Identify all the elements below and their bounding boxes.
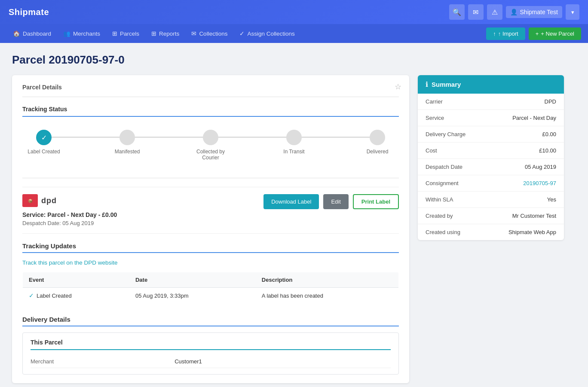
col-description: Description [256,272,399,288]
step-delivered: Delivered [356,130,399,155]
despatch-info: Despatch Date: 05 Aug 2019 [22,220,117,226]
star-button[interactable]: ☆ [395,82,401,91]
dpd-box-icon: 📦 [22,194,38,207]
step-collected: Collected by Courier [189,130,232,161]
content-grid: Parcel Details ☆ Tracking Status ✓ Label… [12,75,564,383]
plus-icon: + [536,30,539,37]
step-label-created: ✓ Label Created [22,130,65,155]
step-in-transit: In Transit [273,130,315,155]
table-row: ✓ Label Created 05 Aug 2019, 3:33pm A la… [23,288,399,304]
check-icon: ✓ [29,292,34,299]
header-right: 🔍 ✉ ⚠ 👤 Shipmate Test ▾ [449,4,579,20]
summary-row-value: Parcel - Next Day [512,115,556,121]
search-button[interactable]: 🔍 [449,4,465,20]
tracking-status-title: Tracking Status [22,106,399,113]
delivery-value: Customer1 [175,355,391,368]
summary-title: Summary [432,81,461,88]
carrier-name-label: dpd [41,196,57,205]
tracking-updates-title: Tracking Updates [22,242,399,250]
summary-row-value[interactable]: 20190705-97 [523,180,556,186]
step-circle-label-created: ✓ [36,130,52,145]
download-label-button[interactable]: Download Label [263,194,319,209]
summary-row-label: Carrier [426,98,443,105]
summary-row-label: Despatch Date [426,164,462,170]
summary-row-value: £10.00 [539,147,556,154]
alerts-button[interactable]: ⚠ [487,4,502,20]
step-label-text-2: Collected by Courier [189,149,232,161]
summary-row-label: Created using [426,229,460,235]
summary-row: Within SLA Yes [418,192,564,208]
nav-item-assign-collections[interactable]: ✓ Assign Collections [233,24,300,43]
event-label: Label Created [37,293,72,299]
tracking-status-line [22,116,399,117]
summary-row-label: Consignment [426,180,459,186]
card-title: Parcel Details [22,84,399,91]
summary-row-label: Service [426,115,444,121]
parcels-icon: ⊞ [112,30,117,37]
summary-row-value: Shipmate Web App [508,229,556,235]
page-title: Parcel 20190705-97-0 [12,53,564,67]
nav-item-reports[interactable]: ⊞ Reports [145,24,185,43]
parcel-details-card: Parcel Details ☆ Tracking Status ✓ Label… [12,75,409,383]
summary-row-value: 05 Aug 2019 [525,164,556,170]
user-dropdown-button[interactable]: ▾ [566,4,579,20]
nav-item-parcels[interactable]: ⊞ Parcels [106,24,145,43]
dpd-logo: 📦 dpd [22,194,117,207]
step-label-text-1: Manifested [115,149,140,155]
delivery-table-row: Merchant Customer1 [31,355,391,368]
summary-row: Delivery Charge £0.00 [418,126,564,143]
summary-row: Created using Shipmate Web App [418,224,564,240]
merchants-icon: 👥 [63,30,70,37]
delivery-table: Merchant Customer1 [31,355,391,368]
col-date: Date [129,272,256,288]
summary-row-value: Yes [547,196,556,203]
summary-row-label: Created by [426,213,453,219]
main-content: Parcel 20190705-97-0 Parcel Details ☆ Tr… [0,43,576,387]
home-icon: 🏠 [13,30,20,37]
delivery-details-card: This Parcel Merchant Customer1 [22,332,399,375]
summary-row: Despatch Date 05 Aug 2019 [418,159,564,175]
summary-row-label: Within SLA [426,196,453,203]
step-manifested: Manifested [106,130,149,155]
user-name-label: Shipmate Test [520,9,558,15]
nav-right: ↑ ↑ Import + + New Parcel [486,27,581,40]
nav-item-merchants[interactable]: 👥 Merchants [57,24,106,43]
track-dpd-link[interactable]: Track this parcel on the DPD website [22,259,118,266]
summary-row-label: Delivery Charge [426,131,466,137]
col-event: Event [23,272,129,288]
summary-row: Cost £10.00 [418,143,564,159]
nav-item-collections[interactable]: ✉ Collections [185,24,233,43]
info-icon: ℹ [426,80,428,88]
summary-card: ℹ Summary Carrier DPD Service Parcel - N… [418,75,564,240]
edit-button[interactable]: Edit [323,194,348,209]
nav-bar: 🏠 Dashboard 👥 Merchants ⊞ Parcels ⊞ Repo… [0,24,588,43]
svg-text:📦: 📦 [28,198,33,204]
print-label-button[interactable]: Print Label [353,194,399,209]
summary-row-value: DPD [545,98,556,105]
summary-row: Created by Mr Customer Test [418,208,564,224]
notifications-button[interactable]: ✉ [468,4,484,20]
step-circle-delivered [370,130,385,145]
import-button[interactable]: ↑ ↑ Import [486,27,525,40]
nav-left: 🏠 Dashboard 👥 Merchants ⊞ Parcels ⊞ Repo… [7,24,301,43]
description-cell: A label has been created [256,288,399,304]
left-column: Parcel Details ☆ Tracking Status ✓ Label… [12,75,409,383]
summary-header: ℹ Summary [418,75,564,94]
collections-icon: ✉ [191,30,196,37]
delivery-subtitle: This Parcel [31,339,391,346]
nav-item-dashboard[interactable]: 🏠 Dashboard [7,24,57,43]
step-circle-manifested [119,130,135,145]
user-menu-button[interactable]: 👤 Shipmate Test [506,6,562,18]
summary-row-value: £0.00 [542,131,556,137]
summary-row: Consignment 20190705-97 [418,175,564,192]
import-icon: ↑ [493,30,496,37]
tracking-table: Event Date Description ✓ Label Created 0… [22,272,399,304]
summary-row-value: Mr Customer Test [512,213,556,219]
delivery-label: Merchant [31,355,175,368]
summary-row-label: Cost [426,147,437,154]
top-header: Shipmate 🔍 ✉ ⚠ 👤 Shipmate Test ▾ [0,0,588,24]
new-parcel-button[interactable]: + + New Parcel [529,27,581,40]
reports-icon: ⊞ [151,30,156,37]
step-circle-in-transit [286,130,302,145]
right-column: ℹ Summary Carrier DPD Service Parcel - N… [418,75,564,240]
